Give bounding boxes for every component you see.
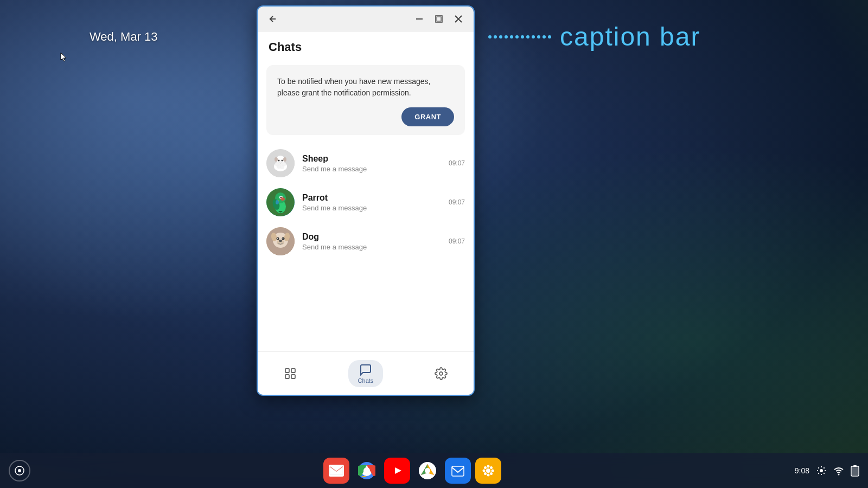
svg-point-31 xyxy=(277,238,278,239)
chat-item-sheep[interactable]: Sheep Send me a message 09:07 xyxy=(258,144,474,183)
svg-point-39 xyxy=(18,469,21,472)
svg-point-61 xyxy=(838,474,840,476)
taskbar-app-youtube[interactable] xyxy=(384,458,410,484)
svg-point-57 xyxy=(490,472,493,475)
taskbar-app-settings[interactable] xyxy=(475,458,501,484)
chat-preview-dog: Send me a message xyxy=(302,243,441,251)
svg-point-37 xyxy=(439,372,443,375)
minimize-button[interactable] xyxy=(411,10,428,28)
svg-point-58 xyxy=(484,472,487,475)
nav-chats-bg: Chats xyxy=(348,360,384,387)
title-bar xyxy=(258,7,474,31)
svg-point-47 xyxy=(425,468,430,473)
chat-name-parrot: Parrot xyxy=(302,193,441,203)
notification-banner: To be notified when you have new message… xyxy=(266,65,465,135)
taskbar-time: 9:08 xyxy=(795,466,809,475)
svg-rect-2 xyxy=(437,17,441,21)
svg-rect-36 xyxy=(291,375,295,378)
battery-icon xyxy=(851,465,859,477)
svg-point-8 xyxy=(278,160,280,162)
nav-chats-label: Chats xyxy=(358,377,374,384)
title-bar-left xyxy=(264,10,282,28)
back-button[interactable] xyxy=(264,10,282,28)
svg-point-9 xyxy=(282,160,283,162)
avatar-sheep xyxy=(266,149,295,177)
svg-point-43 xyxy=(363,467,370,474)
chats-header: Chats xyxy=(258,31,474,61)
chat-info-parrot: Parrot Send me a message xyxy=(302,193,441,212)
bottom-nav: Chats xyxy=(258,351,474,395)
svg-point-56 xyxy=(484,466,487,469)
chat-time-parrot: 09:07 xyxy=(449,198,465,206)
mouse-cursor xyxy=(59,52,69,62)
caption-bar-dots xyxy=(488,35,551,38)
svg-point-32 xyxy=(283,238,284,239)
avatar-dog xyxy=(266,227,295,255)
chat-time-dog: 09:07 xyxy=(449,237,465,245)
close-button[interactable] xyxy=(450,10,467,28)
nav-stories[interactable] xyxy=(273,363,308,384)
nav-chats[interactable]: Chats xyxy=(337,356,394,391)
caption-bar-text: caption bar xyxy=(560,22,701,52)
chats-title: Chats xyxy=(269,40,302,54)
svg-rect-34 xyxy=(291,369,295,373)
chat-info-sheep: Sheep Send me a message xyxy=(302,154,441,173)
svg-point-51 xyxy=(486,468,490,473)
chat-preview-parrot: Send me a message xyxy=(302,204,441,212)
launcher-button[interactable] xyxy=(9,460,30,481)
svg-point-28 xyxy=(279,240,282,242)
stories-icon xyxy=(284,367,297,380)
svg-point-54 xyxy=(483,470,486,472)
avatar-parrot xyxy=(266,188,295,216)
svg-point-21 xyxy=(280,197,285,201)
taskbar-app-photos[interactable] xyxy=(414,458,441,484)
window-controls xyxy=(411,10,467,28)
desktop-date: Wed, Mar 13 xyxy=(90,30,158,44)
svg-rect-64 xyxy=(852,467,858,476)
taskbar-left xyxy=(9,460,30,481)
settings-icon xyxy=(435,367,448,380)
svg-point-60 xyxy=(820,469,823,472)
app-window: Chats To be notified when you have new m… xyxy=(257,5,475,396)
svg-point-52 xyxy=(487,465,490,468)
chat-item-parrot[interactable]: Parrot Send me a message 09:07 xyxy=(258,183,474,222)
chat-name-dog: Dog xyxy=(302,232,441,242)
taskbar: 9:08 xyxy=(0,453,868,488)
chat-time-sheep: 09:07 xyxy=(449,159,465,167)
taskbar-app-gmail[interactable] xyxy=(323,458,349,484)
caption-bar-annotation: caption bar xyxy=(488,22,701,52)
chats-icon xyxy=(359,363,372,376)
taskbar-apps xyxy=(323,458,501,484)
app-content: Chats To be notified when you have new m… xyxy=(258,31,474,395)
taskbar-right: 9:08 xyxy=(795,465,859,477)
svg-point-7 xyxy=(283,157,286,162)
svg-point-55 xyxy=(492,470,494,472)
wifi-icon xyxy=(833,465,844,476)
notification-text: To be notified when you have new message… xyxy=(277,76,454,99)
settings-taskbar-icon[interactable] xyxy=(816,465,827,476)
svg-point-14 xyxy=(280,165,284,169)
chat-name-sheep: Sheep xyxy=(302,154,441,164)
taskbar-app-chrome[interactable] xyxy=(354,458,380,484)
chat-list: Sheep Send me a message 09:07 xyxy=(258,139,474,351)
chat-info-dog: Dog Send me a message xyxy=(302,232,441,251)
svg-rect-63 xyxy=(853,465,857,467)
svg-rect-33 xyxy=(285,369,289,373)
notification-footer: GRANT xyxy=(277,107,454,126)
svg-point-22 xyxy=(276,200,279,204)
chat-item-dog[interactable]: Dog Send me a message 09:07 xyxy=(258,222,474,261)
svg-rect-0 xyxy=(416,18,423,20)
taskbar-app-messages[interactable] xyxy=(445,458,471,484)
nav-settings[interactable] xyxy=(424,363,458,384)
chat-preview-sheep: Send me a message xyxy=(302,165,441,173)
svg-point-6 xyxy=(275,157,278,162)
maximize-button[interactable] xyxy=(430,10,448,28)
grant-button[interactable]: GRANT xyxy=(401,107,454,126)
svg-point-59 xyxy=(490,466,493,469)
svg-rect-35 xyxy=(285,375,289,378)
svg-point-53 xyxy=(487,474,490,477)
